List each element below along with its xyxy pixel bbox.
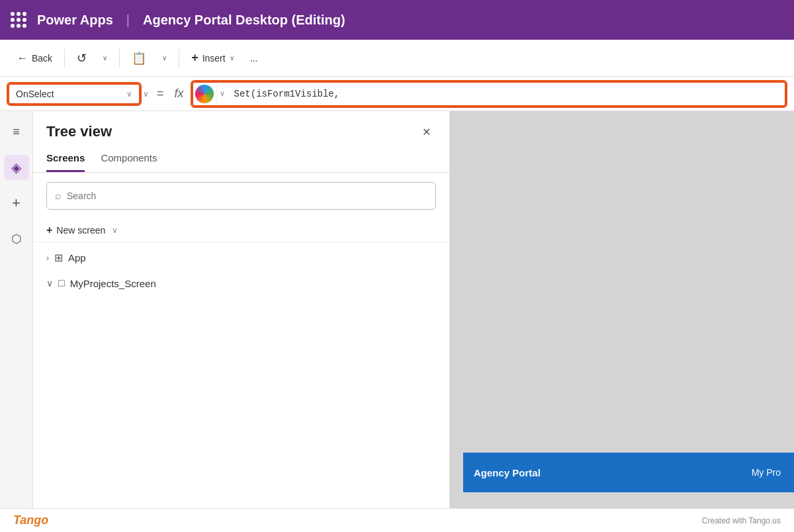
screen-label: MyProjects_Screen [70,278,156,289]
back-label: Back [32,53,52,64]
canvas-preview-right: My Pro [752,467,781,478]
footer-credit: Created with Tango.us [702,516,781,525]
new-screen-label: New screen [56,225,105,236]
close-icon: ✕ [422,126,431,138]
chevron-down-icon-2: ∨ [162,54,167,62]
waffle-icon[interactable] [11,12,26,28]
tab-screens[interactable]: Screens [46,147,85,172]
paste-icon: 📋 [132,51,146,66]
divider-3 [179,49,179,67]
formula-content: Set(isForm1Visible, [228,89,347,99]
search-icon: ⌕ [55,190,62,202]
back-arrow-icon: ← [17,52,28,64]
app-name: Power Apps [37,13,113,28]
add-icon-button[interactable]: + [4,191,29,216]
tango-logo: Tango [13,513,48,527]
copilot-icon [193,82,217,106]
app-icon: ⊞ [54,251,63,264]
insert-label: Insert [202,53,226,64]
new-screen-chevron-icon: ∨ [112,226,118,235]
tab-components-label: Components [101,152,157,163]
canvas-preview: Agency Portal My Pro [463,453,794,492]
canvas-preview-title: Agency Portal [474,467,541,478]
data-icon-button[interactable]: ⬡ [4,226,29,251]
copilot-chevron-icon: ∨ [220,89,225,98]
insert-button[interactable]: + Insert ∨ [185,47,241,69]
property-chevron-icon: ∨ [126,89,132,99]
paste-button[interactable]: 📋 [125,47,153,69]
header-separator: | [126,13,130,28]
database-icon: ⬡ [11,232,22,246]
search-container: ⌕ [46,182,436,210]
app-label: App [68,252,86,263]
tree-title: Tree view [46,123,112,140]
divider-2 [119,49,120,67]
app-editing-title: Agency Portal Desktop (Editing) [143,13,345,28]
tree-header: Tree view ✕ [33,111,449,147]
paste-dropdown-button[interactable]: ∨ [155,50,173,66]
tree-item-myprojects-screen[interactable]: ∨ □ MyProjects_Screen [33,271,449,296]
tab-screens-label: Screens [46,152,85,163]
main-area: ≡ ◈ + ⬡ Tree view ✕ Screens Components [0,111,794,532]
close-button[interactable]: ✕ [416,122,436,142]
layers-icon: ◈ [11,159,21,175]
plus-icon: + [191,51,198,65]
app-chevron-icon: › [46,253,49,263]
more-button[interactable]: ... [243,49,265,67]
dropdown-chevron: ∨ [143,89,149,99]
property-selector[interactable]: OnSelect ∨ [8,83,140,105]
sidebar-icons: ≡ ◈ + ⬡ [0,111,33,532]
equals-sign: = [157,87,164,101]
tree-section: › ⊞ App ∨ □ MyProjects_Screen [33,242,449,298]
formula-input[interactable]: ∨ Set(isForm1Visible, [192,81,786,107]
tree-panel: Tree view ✕ Screens Components ⌕ + New s… [33,111,450,532]
undo-button[interactable]: ↺ [70,47,93,69]
chevron-down-icon: ∨ [103,54,107,62]
undo-dropdown-button[interactable]: ∨ [96,50,114,66]
add-icon: + [12,195,21,212]
menu-icon-button[interactable]: ≡ [4,119,29,144]
tab-components[interactable]: Components [101,147,157,172]
formula-bar: OnSelect ∨ ∨ = fx ∨ Set(isForm1Visible, [0,77,794,111]
layers-icon-button[interactable]: ◈ [4,155,29,180]
screen-icon: □ [58,277,65,289]
fx-label: fx [175,87,184,101]
new-screen-plus-icon: + [46,224,52,236]
tree-item-app[interactable]: › ⊞ App [33,245,449,271]
insert-chevron-icon: ∨ [230,54,234,62]
search-input[interactable] [67,191,427,201]
new-screen-button[interactable]: + New screen ∨ [33,219,449,242]
undo-icon: ↺ [77,51,87,66]
footer: Tango Created with Tango.us [0,508,794,532]
more-icon: ... [250,53,258,64]
property-name: OnSelect [16,89,54,99]
header: Power Apps | Agency Portal Desktop (Edit… [0,0,794,40]
screen-chevron-icon: ∨ [46,278,53,288]
canvas-area: Agency Portal My Pro [450,111,794,532]
hamburger-icon: ≡ [13,125,20,139]
tree-tabs: Screens Components [33,147,449,173]
divider-1 [64,49,65,67]
toolbar: ← Back ↺ ∨ 📋 ∨ + Insert ∨ ... [0,40,794,77]
back-button[interactable]: ← Back [11,48,59,68]
